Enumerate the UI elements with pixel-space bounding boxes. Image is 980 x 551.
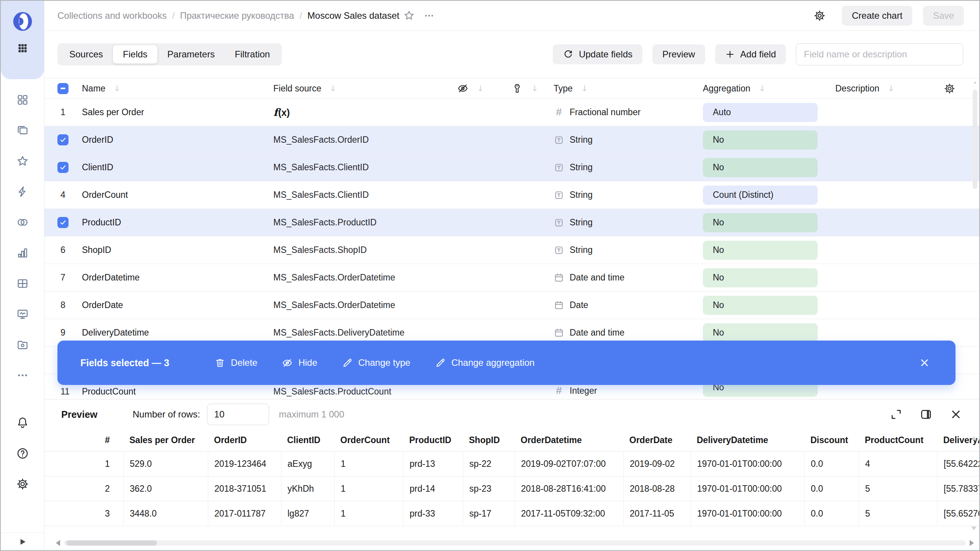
aggregation-select[interactable]: No xyxy=(703,158,818,177)
aggregation-select[interactable]: No xyxy=(703,213,818,232)
sort-arrow-icon[interactable] xyxy=(112,83,122,93)
sort-arrow-icon[interactable] xyxy=(886,83,896,93)
datalens-logo-icon[interactable] xyxy=(12,11,33,32)
create-chart-button[interactable]: Create chart xyxy=(842,6,912,26)
scrollbar-track[interactable] xyxy=(64,540,966,546)
sidebar-item-datasets[interactable] xyxy=(16,216,29,229)
scrollbar-thumb[interactable] xyxy=(973,90,977,189)
tab-parameters[interactable]: Parameters xyxy=(157,45,225,64)
aggregation-select[interactable]: No xyxy=(703,323,818,342)
row-number[interactable]: 4 xyxy=(57,190,65,200)
favorite-star-icon[interactable] xyxy=(403,10,415,21)
breadcrumb-collections[interactable]: Collections and workbooks xyxy=(57,10,167,21)
expand-preview-icon[interactable] xyxy=(890,408,903,421)
breadcrumb-workbook[interactable]: Практические руководства xyxy=(180,10,294,21)
more-menu-icon[interactable] xyxy=(423,10,435,21)
field-type[interactable]: #Integer xyxy=(544,385,690,397)
fields-vertical-scrollbar[interactable] xyxy=(972,80,978,396)
rows-count-input[interactable] xyxy=(207,404,269,425)
aggregation-select[interactable]: No xyxy=(703,241,818,260)
row-checkbox-checked[interactable] xyxy=(57,217,69,228)
row-number[interactable]: 11 xyxy=(57,386,70,397)
sidebar-item-gear[interactable] xyxy=(16,478,29,491)
column-header-description[interactable]: Description xyxy=(835,83,879,94)
aggregation-select[interactable]: Count (Distinct) xyxy=(703,186,818,205)
field-row[interactable]: 6 ShopID MS_SalesFacts.ShopID String No xyxy=(44,236,979,264)
field-type[interactable]: Date xyxy=(544,300,690,311)
sort-arrow-icon[interactable] xyxy=(757,83,767,93)
apps-grid-icon[interactable] xyxy=(16,42,29,54)
field-type[interactable]: String xyxy=(544,135,690,145)
row-number[interactable]: 7 xyxy=(57,272,65,283)
banner-action-change-aggregation[interactable]: Change aggregation xyxy=(435,357,535,368)
aggregation-select[interactable]: Auto xyxy=(703,103,818,122)
select-all-checkbox[interactable] xyxy=(57,83,69,94)
banner-action-hide[interactable]: Hide xyxy=(282,357,317,368)
field-row[interactable]: 8 OrderDate MS_SalesFacts.OrderDatetime … xyxy=(44,292,979,319)
dataset-settings-gear-icon[interactable] xyxy=(813,10,826,22)
sidebar-item-help[interactable] xyxy=(16,447,29,460)
field-type[interactable]: String xyxy=(544,245,690,256)
sidebar-item-monitor[interactable] xyxy=(16,308,29,321)
expand-sidebar-icon[interactable] xyxy=(18,537,28,547)
tab-filtration[interactable]: Filtration xyxy=(225,45,280,64)
sidebar-item-lightning[interactable] xyxy=(16,185,29,198)
aggregation-select[interactable]: No xyxy=(703,296,818,315)
sort-arrow-icon[interactable] xyxy=(530,83,540,93)
sidebar-item-collections[interactable] xyxy=(16,124,29,137)
field-type[interactable]: String xyxy=(544,217,690,228)
field-type[interactable]: String xyxy=(544,162,690,173)
column-header-name[interactable]: Name xyxy=(82,83,105,94)
sidebar-item-more[interactable] xyxy=(16,369,29,382)
sidebar-item-bell[interactable] xyxy=(16,416,29,429)
column-header-field-source[interactable]: Field source xyxy=(273,83,321,94)
columns-settings-gear-icon[interactable] xyxy=(944,83,956,95)
key-column-icon[interactable] xyxy=(511,83,523,94)
scroll-left-arrow-icon[interactable] xyxy=(56,540,60,546)
field-type[interactable]: Date and time xyxy=(544,272,690,283)
field-type[interactable]: Date and time xyxy=(544,328,690,338)
sidebar-item-table[interactable] xyxy=(16,277,29,290)
field-row[interactable]: ClientID MS_SalesFacts.ClientID String N… xyxy=(44,154,979,181)
update-fields-button[interactable]: Update fields xyxy=(553,44,642,64)
split-view-icon[interactable] xyxy=(920,408,933,421)
scrollbar-thumb[interactable] xyxy=(66,540,157,546)
row-number[interactable]: 1 xyxy=(57,107,65,117)
row-number[interactable]: 6 xyxy=(57,245,65,255)
scroll-right-arrow-icon[interactable] xyxy=(970,540,974,546)
field-row[interactable]: 7 OrderDatetime MS_SalesFacts.OrderDatet… xyxy=(44,264,979,292)
field-row[interactable]: 4 OrderCount MS_SalesFacts.ClientID Stri… xyxy=(44,181,979,209)
field-type[interactable]: String xyxy=(544,190,690,201)
scroll-up-arrow-icon[interactable] xyxy=(973,80,977,85)
column-header-type[interactable]: Type xyxy=(554,83,573,94)
field-search-input[interactable] xyxy=(796,43,963,65)
sort-arrow-icon[interactable] xyxy=(328,83,338,93)
field-type[interactable]: #Fractional number xyxy=(544,106,690,118)
sidebar-item-folder[interactable] xyxy=(16,338,29,351)
row-number[interactable]: 8 xyxy=(57,300,65,310)
banner-action-change-type[interactable]: Change type xyxy=(342,357,410,368)
preview-vertical-scrollbar[interactable] xyxy=(971,436,976,530)
aggregation-select[interactable]: No xyxy=(703,268,818,287)
field-row[interactable]: 1 Sales per Order f(x) #Fractional numbe… xyxy=(44,99,979,126)
add-field-button[interactable]: Add field xyxy=(715,44,786,64)
scroll-up-arrow-icon[interactable] xyxy=(971,436,977,440)
preview-button[interactable]: Preview xyxy=(652,44,705,64)
sort-arrow-icon[interactable] xyxy=(580,83,590,93)
row-checkbox-checked[interactable] xyxy=(57,134,69,145)
field-row[interactable]: OrderID MS_SalesFacts.OrderID String No xyxy=(44,126,979,154)
sort-arrow-icon[interactable] xyxy=(475,83,485,93)
row-number[interactable]: 9 xyxy=(57,328,65,338)
close-banner-icon[interactable] xyxy=(919,357,930,368)
tab-fields[interactable]: Fields xyxy=(113,45,157,64)
preview-horizontal-scrollbar[interactable] xyxy=(56,539,974,547)
close-preview-icon[interactable] xyxy=(949,408,962,421)
row-checkbox-checked[interactable] xyxy=(57,162,69,173)
scroll-down-arrow-icon[interactable] xyxy=(971,527,977,530)
column-header-aggregation[interactable]: Aggregation xyxy=(703,83,750,94)
field-row[interactable]: ProductID MS_SalesFacts.ProductID String… xyxy=(44,209,979,236)
banner-action-delete[interactable]: Delete xyxy=(214,357,257,368)
sidebar-item-grid[interactable] xyxy=(16,93,29,106)
aggregation-select[interactable]: No xyxy=(703,130,818,150)
sidebar-item-star[interactable] xyxy=(16,155,29,168)
